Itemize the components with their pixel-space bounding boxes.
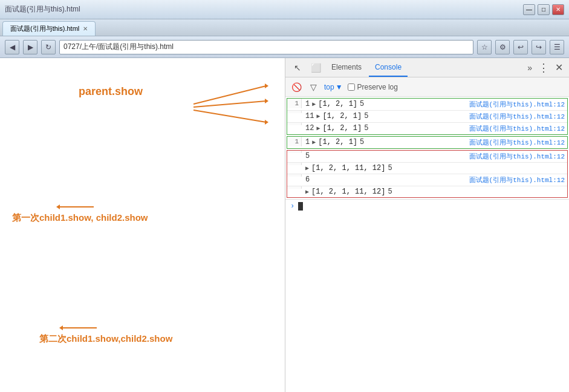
- array-arr2: [1, 2, 1, 11, 12]: [311, 188, 385, 196]
- context-select[interactable]: top ▼: [324, 83, 343, 91]
- context-label: top: [324, 83, 334, 91]
- expand-11[interactable]: ▶: [316, 113, 320, 120]
- menu-button[interactable]: ☰: [550, 40, 564, 54]
- gutter-6: [287, 174, 302, 177]
- back-button[interactable]: ◀: [5, 40, 19, 54]
- page-area: parent.show 第一次child1.show, child2.show …: [0, 58, 285, 392]
- extra-11: 5: [364, 112, 368, 120]
- source-1[interactable]: 面试题(引用与this).html:12: [467, 99, 567, 110]
- expand-1b[interactable]: ▶: [312, 139, 316, 146]
- browser-tab[interactable]: 面试题(引用与this).html ✕: [2, 21, 96, 36]
- array-11: [1, 2, 1]: [322, 112, 362, 120]
- devtools-panel: ↖ ⬜ Elements Console » ⋮ ✕ 🚫 ▽ top ▼ Pre…: [285, 58, 569, 392]
- extra-12: 5: [364, 124, 368, 132]
- bookmark-button[interactable]: ☆: [477, 40, 492, 54]
- green-group-2: 1 1 ▶ [1, 2, 1] 5 面试题(引用与this).html:12: [287, 136, 568, 149]
- svg-marker-9: [59, 325, 63, 330]
- address-bar: ◀ ▶ ↻ ☆ ⚙ ↩ ↪ ☰: [0, 36, 569, 58]
- num-5: 5: [305, 152, 310, 160]
- inspect-icon[interactable]: ⬜: [307, 59, 324, 76]
- source-5[interactable]: 面试题(引用与this).html:12: [467, 151, 567, 162]
- settings-icon[interactable]: ⚙: [495, 40, 510, 54]
- tab-elements[interactable]: Elements: [325, 58, 368, 77]
- svg-marker-7: [56, 204, 60, 209]
- expand-1[interactable]: ▶: [312, 100, 316, 108]
- maximize-button[interactable]: □: [538, 4, 550, 15]
- console-clear-button[interactable]: 🚫: [290, 81, 302, 93]
- svg-marker-4: [265, 99, 268, 103]
- cursor-icon[interactable]: ↖: [289, 59, 306, 76]
- svg-marker-5: [265, 120, 268, 125]
- address-input[interactable]: [59, 40, 473, 54]
- browser-window: 面试题(引用与this).html — □ ✕ 面试题(引用与this).htm…: [0, 0, 569, 392]
- red-group: 5 面试题(引用与this).html:12 ▶ [1, 2, 1, 11, 1…: [287, 150, 568, 198]
- num-6: 6: [305, 175, 310, 184]
- tab-close-button[interactable]: ✕: [83, 25, 88, 32]
- first-child-label: 第一次child1.show, child2.show: [12, 212, 148, 224]
- source-6[interactable]: 面试题(引用与this).html:12: [467, 174, 567, 186]
- gutter-5: [287, 151, 302, 153]
- console-row-11: 11 ▶ [1, 2, 1] 5 面试题(引用与this).html:12: [287, 110, 567, 122]
- source-1b[interactable]: 面试题(引用与this).html:12: [467, 137, 567, 148]
- extra-arr2: 5: [388, 188, 392, 196]
- gutter-12: [287, 123, 302, 125]
- expand-arr1[interactable]: ▶: [305, 165, 309, 172]
- array-1: [1, 2, 1]: [318, 100, 357, 108]
- content-12: 12 ▶ [1, 2, 1] 5: [302, 123, 467, 134]
- expand-arr2[interactable]: ▶: [305, 188, 309, 195]
- console-row-1b: 1 1 ▶ [1, 2, 1] 5 面试题(引用与this).html:12: [287, 137, 567, 148]
- context-arrow: ▼: [336, 83, 343, 91]
- console-row-6: 6 面试题(引用与this).html:12: [287, 174, 567, 186]
- refresh-button[interactable]: ↻: [41, 40, 56, 54]
- content-6: 6: [302, 174, 467, 185]
- console-row-arr1: ▶ [1, 2, 1, 11, 12] 5: [287, 162, 567, 174]
- close-button[interactable]: ✕: [552, 4, 564, 15]
- console-filter-button[interactable]: ▽: [307, 81, 319, 93]
- tab-console[interactable]: Console: [369, 58, 408, 77]
- preserve-log-checkbox[interactable]: [348, 83, 355, 91]
- extra-arr1: 5: [388, 164, 392, 172]
- title-bar: 面试题(引用与this).html — □ ✕: [0, 0, 569, 19]
- content-arr1: ▶ [1, 2, 1, 11, 12] 5: [302, 163, 567, 174]
- more-tabs-button[interactable]: »: [525, 60, 535, 75]
- array-arr1: [1, 2, 1, 11, 12]: [311, 164, 385, 172]
- parent-show-label: parent.show: [79, 85, 143, 98]
- svg-line-1: [193, 101, 266, 107]
- array-1b: [1, 2, 1]: [318, 138, 357, 146]
- preserve-log-label[interactable]: Preserve log: [348, 83, 398, 91]
- second-child-label: 第二次child1.show,child2.show: [39, 333, 172, 345]
- devtools-menu-button[interactable]: ⋮: [536, 59, 551, 77]
- gutter-1b: 1: [287, 137, 302, 146]
- console-row-5: 5 面试题(引用与this).html:12: [287, 151, 567, 162]
- gutter-arr2: [287, 186, 302, 189]
- gutter-arr1: [287, 163, 302, 165]
- history-back-icon[interactable]: ↩: [513, 40, 528, 54]
- num-12: 12: [305, 124, 314, 132]
- num-1b: 1: [305, 138, 310, 146]
- extra-1b: 5: [360, 138, 364, 146]
- main-area: parent.show 第一次child1.show, child2.show …: [0, 58, 569, 392]
- svg-line-0: [193, 86, 266, 104]
- content-1: 1 ▶ [1, 2, 1] 5: [302, 99, 467, 109]
- tab-bar: 面试题(引用与this).html ✕: [0, 19, 569, 36]
- console-toolbar: 🚫 ▽ top ▼ Preserve log: [285, 77, 569, 97]
- window-title: 面试题(引用与this).html: [5, 4, 80, 15]
- svg-marker-3: [265, 83, 268, 88]
- content-5: 5: [302, 151, 467, 162]
- devtools-close-button[interactable]: ✕: [553, 59, 565, 76]
- title-bar-controls: — □ ✕: [523, 4, 564, 15]
- preserve-log-text: Preserve log: [357, 83, 398, 91]
- console-row-12: 12 ▶ [1, 2, 1] 5 面试题(引用与this).html:12: [287, 122, 567, 134]
- expand-12[interactable]: ▶: [316, 125, 320, 132]
- svg-line-2: [193, 110, 266, 122]
- source-12[interactable]: 面试题(引用与this).html:12: [467, 123, 567, 134]
- minimize-button[interactable]: —: [523, 4, 535, 15]
- forward-button[interactable]: ▶: [23, 40, 37, 54]
- source-11[interactable]: 面试题(引用与this).html:12: [467, 111, 567, 122]
- console-row-arr2: ▶ [1, 2, 1, 11, 12] 5: [287, 186, 567, 197]
- history-forward-icon[interactable]: ↪: [532, 40, 546, 54]
- content-arr2: ▶ [1, 2, 1, 11, 12] 5: [302, 186, 567, 197]
- prompt-arrow: ›: [290, 202, 294, 211]
- num-1: 1: [305, 100, 310, 108]
- gutter-1: 1: [287, 99, 302, 108]
